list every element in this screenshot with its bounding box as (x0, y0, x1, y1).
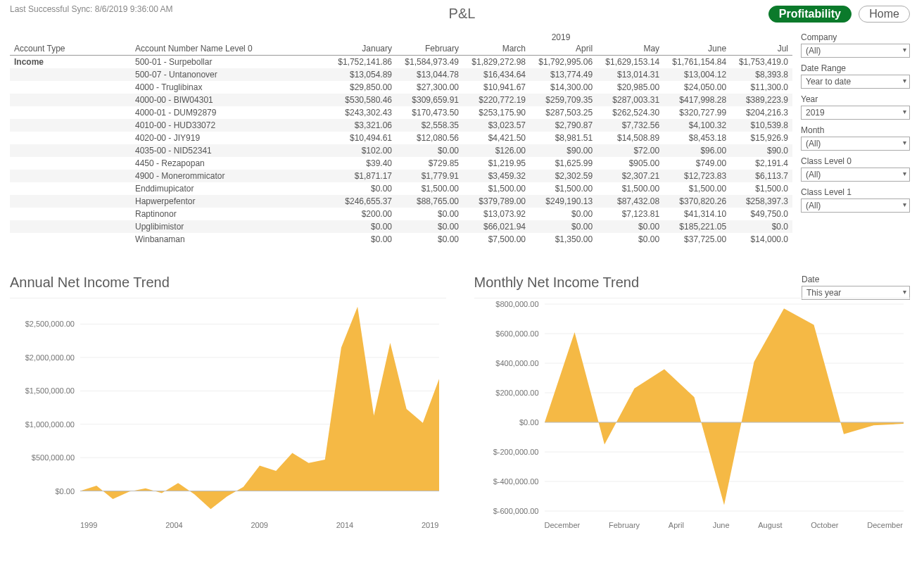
table-row[interactable]: 4000-00 - BIW04301$530,580.46$309,659.91… (10, 94, 792, 106)
table-row[interactable]: Enddimupicator$0.00$1,500.00$1,500.00$1,… (10, 182, 792, 195)
x-tick: 2009 (251, 521, 268, 529)
table-row[interactable]: 4010-00 - HUD33072$3,321.06$2,558.35$3,0… (10, 119, 792, 132)
table-row[interactable]: 500-07 - Untanonover$13,054.89$13,044.78… (10, 68, 792, 81)
table-row[interactable]: 4450 - Rezapopan$39.40$729.85$1,219.95$1… (10, 157, 792, 170)
x-tick: October (811, 521, 838, 529)
x-tick: June (713, 521, 730, 529)
col-month: March (463, 42, 530, 56)
x-tick: August (758, 521, 782, 529)
profitability-button[interactable]: Profitability (768, 6, 852, 23)
table-row[interactable]: 4900 - Monerommicator$1,871.17$1,779.91$… (10, 170, 792, 182)
table-row[interactable]: Raptinonor$200.00$0.00$13,073.92$0.00$7,… (10, 208, 792, 220)
company-label: Company (801, 32, 910, 42)
annual-chart: Annual Net Income Trend $0.00$500,000.00… (10, 270, 446, 566)
x-tick: 1999 (80, 521, 97, 529)
table-row[interactable]: Hapwerpefentor$246,655.37$88,765.00$379,… (10, 195, 792, 208)
table-row[interactable]: Winbanaman$0.00$0.00$7,500.00$1,350.00$0… (10, 233, 792, 246)
table-row[interactable]: 4020-00 - JIY919$10,494.61$12,080.56$4,4… (10, 132, 792, 144)
annual-chart-title: Annual Net Income Trend (10, 275, 446, 291)
year-label: Year (801, 94, 910, 104)
col-month: June (664, 42, 730, 56)
class0-label: Class Level 0 (801, 156, 910, 166)
date-label: Date (802, 275, 910, 284)
monthly-chart: Date This year Monthly Net Income Trend … (474, 270, 911, 566)
col-month: Jul (730, 42, 792, 56)
month-label: Month (801, 125, 910, 135)
x-tick: April (669, 521, 684, 529)
x-tick: 2014 (336, 521, 353, 529)
col-account-type: Account Type (10, 42, 131, 56)
col-account-name: Account Number Name Level 0 (131, 42, 329, 56)
daterange-label: Date Range (801, 63, 910, 73)
col-month: January (329, 42, 396, 56)
month-select[interactable]: (All) (801, 137, 910, 151)
table-row[interactable]: Income500-01 - Surpebollar$1,752,141.86$… (10, 56, 792, 69)
year-header: 2019 (329, 32, 792, 42)
col-month: May (597, 42, 664, 56)
filter-panel: Company (All) Date Range Year to date Ye… (801, 32, 910, 218)
x-tick: December (867, 521, 903, 529)
table-row[interactable]: Upglibimistor$0.00$0.00$66,021.94$0.00$0… (10, 220, 792, 233)
col-month: April (530, 42, 597, 56)
x-tick: 2004 (165, 521, 182, 529)
pl-table[interactable]: 2019Account TypeAccount Number Name Leve… (10, 32, 792, 261)
company-select[interactable]: (All) (801, 44, 910, 58)
class1-select[interactable]: (All) (801, 198, 910, 213)
year-select[interactable]: 2019 (801, 106, 910, 120)
daterange-select[interactable]: Year to date (801, 75, 910, 89)
home-button[interactable]: Home (859, 6, 910, 23)
col-month: February (396, 42, 463, 56)
class1-label: Class Level 1 (801, 187, 910, 197)
x-tick: 2019 (422, 521, 438, 529)
table-row[interactable]: 4000-01 - DUM92879$243,302.43$170,473.50… (10, 106, 792, 119)
x-tick: February (609, 521, 640, 529)
class0-select[interactable]: (All) (801, 168, 910, 182)
table-row[interactable]: 4035-00 - NID52341$102.00$0.00$126.00$90… (10, 144, 792, 157)
table-row[interactable]: 4000 - Truglibinax$29,850.00$27,300.00$1… (10, 81, 792, 94)
x-tick: December (545, 521, 581, 529)
